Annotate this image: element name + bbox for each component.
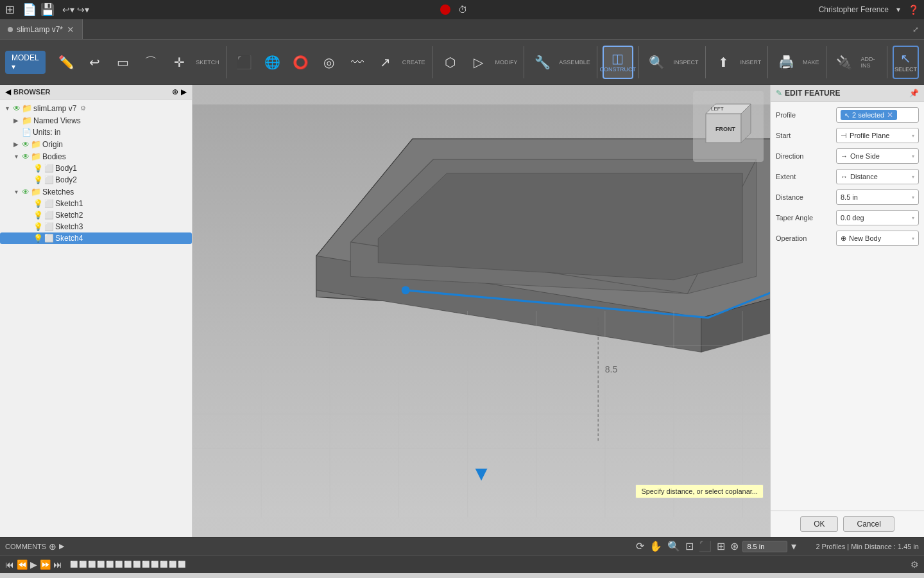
tree-item-body1[interactable]: 💡 ⬜ Body1 xyxy=(0,162,192,174)
redo-button[interactable]: ↪▾ xyxy=(77,4,89,15)
tree-item-sketch3[interactable]: 💡 ⬜ Sketch3 xyxy=(0,221,192,232)
inspect-button[interactable]: 🔍 xyxy=(644,46,669,79)
tab-close-button[interactable]: ✕ xyxy=(67,24,74,35)
active-tab[interactable]: slimLamp v7* ✕ xyxy=(0,19,83,39)
tree-item-sketches[interactable]: ▾ 👁 📁 Sketches xyxy=(0,186,192,198)
view-cube[interactable]: FRONT LEFT xyxy=(693,91,764,162)
taper-angle-value[interactable]: 0.0 deg ▾ xyxy=(836,210,919,225)
tl-icon-3[interactable]: ⬜ xyxy=(88,561,96,568)
anim-play-button[interactable]: ▶ xyxy=(30,559,37,570)
insert-button[interactable]: ⬆ xyxy=(710,46,736,79)
snap-button[interactable]: ⊛ xyxy=(729,540,740,552)
ok-button[interactable]: OK xyxy=(800,516,838,532)
operation-value[interactable]: ⊕ New Body ▾ xyxy=(836,231,919,246)
taper-angle-text: 0.0 deg xyxy=(841,214,864,222)
tl-icon-11[interactable]: ⬜ xyxy=(160,561,167,568)
anim-prev-button[interactable]: ⏪ xyxy=(17,559,28,570)
comments-add-button[interactable]: ⊕ xyxy=(49,541,56,552)
start-value[interactable]: ⊣ Profile Plane ▾ xyxy=(836,128,919,143)
tl-icon-12[interactable]: ⬜ xyxy=(169,561,176,568)
anim-last-button[interactable]: ⏭ xyxy=(53,559,62,570)
undo-button[interactable]: ↩▾ xyxy=(62,4,74,15)
tl-icon-13[interactable]: ⬜ xyxy=(178,561,185,568)
tree-item-origin[interactable]: ▶ 👁 📁 Origin xyxy=(0,138,192,150)
tl-icon-4[interactable]: ⬜ xyxy=(97,561,105,568)
pipe-button[interactable]: 〰 xyxy=(345,46,370,79)
distance-value[interactable]: 8.5 in ▾ xyxy=(836,189,919,205)
status-text: 2 Profiles | Min Distance : 1.45 in xyxy=(816,543,919,550)
bulb-icon-body1: 💡 xyxy=(33,164,43,173)
torus-button[interactable]: ◎ xyxy=(316,46,342,79)
comments-section: COMMENTS ⊕ ▶ xyxy=(5,541,64,552)
record-button[interactable] xyxy=(440,4,450,15)
profile-clear-button[interactable]: ✕ xyxy=(887,110,893,119)
grid-button[interactable]: ⊞ xyxy=(715,540,726,552)
tl-icon-7[interactable]: ⬜ xyxy=(124,561,132,568)
viewport[interactable]: 8.5 ▼ xyxy=(193,85,770,537)
root-settings-icon[interactable]: ⚙ xyxy=(80,105,86,112)
window-button[interactable]: ▭ xyxy=(110,46,135,79)
tl-icon-5[interactable]: ⬜ xyxy=(106,561,114,568)
tl-icon-8[interactable]: ⬜ xyxy=(133,561,141,568)
app-grid-icon[interactable]: ⊞ xyxy=(5,3,15,17)
display-mode-button[interactable]: ⬛ xyxy=(697,540,713,552)
extent-value[interactable]: ↔ Distance ▾ xyxy=(836,169,919,184)
orbit-button[interactable]: ⟳ xyxy=(635,540,646,552)
tl-icon-10[interactable]: ⬜ xyxy=(151,561,158,568)
feature-pin-button[interactable]: 📌 xyxy=(909,89,919,98)
user-name[interactable]: Christopher Ference xyxy=(819,5,889,14)
tl-icon-1[interactable]: ⬜ xyxy=(70,561,78,568)
construct-button[interactable]: ◫ CONSTRUCT xyxy=(603,46,633,79)
browser-pin-btn[interactable]: ⊕ xyxy=(172,87,178,96)
tree-item-sketch4[interactable]: 💡 ⬜ Sketch4 xyxy=(0,232,192,244)
modify-press-button[interactable]: ⬡ xyxy=(437,46,463,79)
select-button[interactable]: ↖ SELECT xyxy=(893,46,919,79)
operation-label: Operation xyxy=(776,234,834,242)
addins-button[interactable]: 🔌 xyxy=(831,46,857,79)
sketch-new-button[interactable]: ✏️ xyxy=(53,46,79,79)
browser-expand-btn[interactable]: ▶ xyxy=(181,87,187,96)
cancel-button[interactable]: Cancel xyxy=(843,516,894,532)
history-icon[interactable]: ⏱ xyxy=(458,4,467,15)
create-group-label: CREATE xyxy=(402,59,425,66)
tree-item-sketch2[interactable]: 💡 ⬜ Sketch2 xyxy=(0,209,192,221)
modify-shell-button[interactable]: ▷ xyxy=(465,46,491,79)
tl-icon-6[interactable]: ⬜ xyxy=(115,561,123,568)
arc-button[interactable]: ⌒ xyxy=(138,46,164,79)
make-icon: 🖨️ xyxy=(778,56,794,69)
fit-button[interactable]: ⊡ xyxy=(684,540,695,552)
tree-item-named-views[interactable]: ▶ 📁 Named Views xyxy=(0,114,192,127)
sphere-button[interactable]: 🌐 xyxy=(260,46,286,79)
svg-point-9 xyxy=(402,286,410,294)
tree-item-bodies[interactable]: ▾ 👁 📁 Bodies xyxy=(0,150,192,162)
extrude-button[interactable]: ⬛ xyxy=(232,46,257,79)
anim-next-button[interactable]: ⏩ xyxy=(40,559,51,570)
model-menu-button[interactable]: MODEL ▾ xyxy=(5,51,46,74)
profile-selected-badge[interactable]: ↖ 2 selected ✕ xyxy=(841,110,897,120)
settings-button[interactable]: ⚙ xyxy=(911,559,919,570)
assemble-button[interactable]: 🔧 xyxy=(529,46,555,79)
tree-item-root[interactable]: ▾ 👁 📁 slimLamp v7 ⚙ xyxy=(0,102,192,114)
comments-collapse-btn[interactable]: ▶ xyxy=(59,542,64,550)
sweep-button[interactable]: ↗ xyxy=(373,46,398,79)
file-icon[interactable]: 📄 xyxy=(22,3,37,17)
undo-toolbar-button[interactable]: ↩ xyxy=(81,46,107,79)
tl-icon-9[interactable]: ⬜ xyxy=(142,561,150,568)
direction-value[interactable]: → One Side ▾ xyxy=(836,148,919,164)
browser-collapse-btn[interactable]: ◀ xyxy=(5,87,11,96)
tree-item-body2[interactable]: 💡 ⬜ Body2 xyxy=(0,174,192,186)
tl-icon-2[interactable]: ⬜ xyxy=(79,561,87,568)
cylinder-button[interactable]: ⭕ xyxy=(288,46,314,79)
make-button[interactable]: 🖨️ xyxy=(773,46,799,79)
user-dropdown-icon[interactable]: ▾ xyxy=(896,5,900,14)
distance-input[interactable] xyxy=(742,541,787,552)
save-icon[interactable]: 💾 xyxy=(40,3,55,17)
plus-button[interactable]: ✛ xyxy=(166,46,192,79)
anim-first-button[interactable]: ⏮ xyxy=(5,559,14,570)
help-button[interactable]: ❓ xyxy=(908,4,919,15)
zoom-button[interactable]: 🔍 xyxy=(666,540,681,552)
panel-expand-button[interactable]: ⤢ xyxy=(912,25,919,34)
distance-dropdown-button[interactable]: ▾ xyxy=(790,540,798,552)
pan-button[interactable]: ✋ xyxy=(648,540,663,552)
tree-item-sketch1[interactable]: 💡 ⬜ Sketch1 xyxy=(0,198,192,209)
